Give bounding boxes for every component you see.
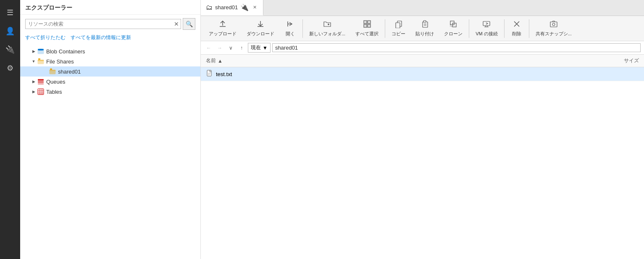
clone-icon [449, 20, 457, 29]
col-name-header[interactable]: 名前 ▲ [206, 57, 589, 64]
queues-icon [37, 78, 45, 85]
clear-search-icon[interactable]: ✕ [172, 21, 181, 27]
expand-icon: ▶ [30, 88, 37, 95]
up-button[interactable]: ↑ [237, 43, 246, 53]
svg-rect-8 [38, 81, 44, 83]
file-list-header: 名前 ▲ サイズ [201, 55, 644, 67]
svg-point-29 [552, 23, 555, 26]
back-button[interactable]: ← [204, 43, 213, 53]
expand-icon: ▶ [30, 78, 37, 85]
separator-5 [529, 19, 529, 38]
download-button[interactable]: ダウンロード [242, 18, 279, 39]
main-area: 🗂 shared01 🔌 ✕ アップロード [201, 0, 644, 259]
icon-bar: ☰ 👤 🔌 ⚙ [0, 0, 20, 259]
snapshot-button[interactable]: 共有スナップシ... [531, 18, 576, 39]
tree-item-queues[interactable]: ▶ Queues [20, 77, 200, 87]
account-icon[interactable]: 👤 [2, 23, 18, 40]
tables-icon [37, 88, 45, 95]
forward-button[interactable]: → [215, 43, 224, 53]
tables-label: Tables [46, 89, 197, 95]
select-all-icon [363, 20, 371, 29]
file-list-area: 名前 ▲ サイズ test.txt [201, 55, 644, 259]
svg-rect-17 [364, 21, 367, 24]
delete-label: 削除 [512, 31, 521, 37]
svg-rect-9 [38, 83, 44, 85]
blob-containers-label: Blob Containers [46, 48, 197, 55]
svg-rect-28 [550, 22, 557, 27]
current-dropdown[interactable]: 現在 ▼ [248, 43, 271, 53]
copy-button[interactable]: コピー [387, 18, 410, 39]
clone-label: クローン [444, 31, 463, 37]
tree-area: ▶ Blob Containers ▼ File Shares [20, 45, 200, 259]
tab-close-button[interactable]: ✕ [251, 4, 258, 11]
vm-connect-icon [482, 20, 491, 29]
file-shares-icon [37, 58, 45, 65]
svg-rect-19 [364, 24, 367, 27]
expand-icon: ▼ [30, 58, 37, 65]
vm-connect-label: VM の接続 [476, 31, 498, 37]
collapse-all-link[interactable]: すべて折りたたむ [25, 34, 66, 41]
svg-rect-18 [368, 21, 371, 24]
search-input-wrap: ✕ [25, 19, 181, 29]
shared01-folder-icon [49, 68, 56, 75]
upload-icon [218, 20, 227, 29]
tree-item-tables[interactable]: ▶ Tables [20, 87, 200, 97]
file-name: test.txt [216, 71, 589, 77]
select-all-label: すべて選択 [355, 31, 379, 37]
paste-button[interactable]: 貼り付け [411, 18, 439, 39]
svg-rect-4 [38, 58, 40, 60]
tree-item-blob-containers[interactable]: ▶ Blob Containers [20, 46, 200, 56]
shared01-label: shared01 [58, 69, 197, 75]
svg-rect-6 [50, 69, 52, 70]
clone-button[interactable]: クローン [439, 18, 467, 39]
expand-icon: ▶ [30, 48, 37, 55]
explorer-panel: エクスプローラー ✕ 🔍 すべて折りたたむ すべてを最新の情報に更新 ▶ Blo… [20, 0, 201, 259]
open-button[interactable]: 開く [280, 18, 301, 39]
select-all-button[interactable]: すべて選択 [351, 18, 383, 39]
tree-item-file-shares[interactable]: ▼ File Shares [20, 56, 200, 66]
tab-label: shared01 [215, 4, 238, 11]
paste-label: 貼り付け [415, 31, 434, 37]
path-input[interactable] [272, 43, 641, 52]
copy-icon [394, 20, 403, 29]
separator-4 [504, 19, 505, 38]
snapshot-label: 共有スナップシ... [536, 31, 572, 37]
explorer-title: エクスプローラー [20, 0, 200, 15]
tab-bar: 🗂 shared01 🔌 ✕ [201, 0, 644, 16]
tab-folder-icon: 🗂 [206, 4, 213, 11]
tab-connector-icon: 🔌 [240, 3, 249, 11]
refresh-all-link[interactable]: すべてを最新の情報に更新 [71, 34, 131, 41]
upload-button[interactable]: アップロード [204, 18, 241, 39]
svg-rect-7 [38, 79, 44, 81]
col-size-header[interactable]: サイズ [589, 57, 639, 64]
blob-containers-icon [37, 48, 45, 55]
search-input[interactable] [26, 19, 172, 29]
svg-rect-22 [396, 23, 400, 28]
download-icon [256, 20, 265, 29]
snapshot-icon [549, 20, 558, 29]
svg-point-2 [38, 49, 44, 50]
plug-icon[interactable]: 🔌 [2, 41, 18, 58]
copy-label: コピー [392, 31, 405, 37]
svg-rect-27 [483, 21, 490, 26]
settings-icon[interactable]: ⚙ [2, 60, 18, 77]
file-icon [206, 70, 213, 78]
download-label: ダウンロード [247, 31, 274, 37]
new-folder-icon [323, 20, 331, 29]
queues-label: Queues [46, 79, 197, 85]
search-row: ✕ 🔍 [20, 15, 200, 33]
delete-button[interactable]: 削除 [506, 18, 527, 39]
open-label: 開く [286, 31, 295, 37]
search-button[interactable]: 🔍 [183, 18, 195, 30]
tab-shared01[interactable]: 🗂 shared01 🔌 ✕ [201, 0, 263, 16]
new-folder-button[interactable]: 新しいフォルダ... [305, 18, 350, 39]
tree-item-shared01[interactable]: ▶ shared01 [20, 66, 200, 77]
open-icon [286, 20, 294, 29]
expand-down-button[interactable]: ∨ [226, 43, 235, 53]
vm-connect-button[interactable]: VM の接続 [471, 18, 502, 39]
hamburger-icon[interactable]: ☰ [2, 4, 18, 21]
svg-rect-20 [368, 24, 371, 27]
file-shares-label: File Shares [46, 58, 197, 65]
svg-rect-23 [423, 22, 428, 27]
file-row[interactable]: test.txt [201, 67, 644, 81]
